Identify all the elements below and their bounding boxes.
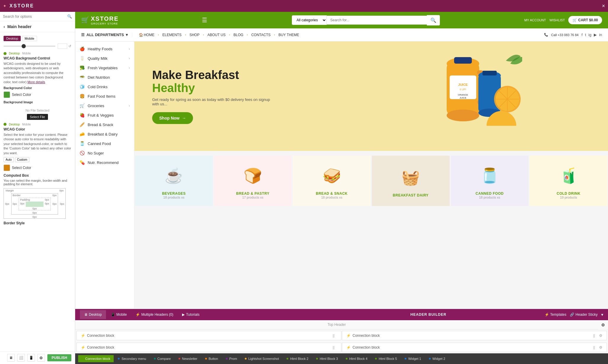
more-details-link[interactable]: More details — [28, 80, 45, 84]
category-select[interactable]: All categories — [292, 15, 327, 25]
all-departments-btn[interactable]: ☰ ALL DEPARTMENTS ▾ — [81, 33, 132, 37]
cart-button[interactable]: 🛒 CART $0.00 — [568, 16, 602, 24]
taskbar-compare[interactable]: Compare — [150, 355, 174, 362]
cb2-gear[interactable]: ⚙ — [599, 334, 602, 338]
wcag-color-swatch[interactable] — [4, 165, 10, 171]
builder-desktop-tab[interactable]: 🖥 Desktop — [80, 310, 106, 319]
taskbar-html3[interactable]: Html Block 3 — [313, 355, 342, 362]
no-file-label: No File Selected — [4, 109, 71, 112]
slider-value-input[interactable]: 100 — [58, 44, 67, 49]
templates-link[interactable]: ⚡ Templates — [545, 313, 567, 317]
connection-block-1[interactable]: ⚡ Connection block || — [76, 331, 341, 340]
taskbar-secondary-menu[interactable]: Secondary menu — [114, 355, 149, 362]
cat-breakfast-dairy[interactable]: 🧺 BREAKFAST DAIRY — [372, 156, 450, 206]
dropdown-canned-food[interactable]: 🫙 Canned Food — [75, 139, 134, 148]
mobile-tab[interactable]: Mobile — [22, 36, 37, 41]
builder-tutorials-tab[interactable]: ▶ Tutorials — [178, 310, 204, 319]
auto-tab[interactable]: Auto — [4, 157, 14, 162]
nav-blog[interactable]: BLOG — [231, 32, 246, 38]
dropdown-fruit-veggies[interactable]: 🍓 Fruit & Veggies — [75, 110, 134, 120]
dropdown-fresh-veg[interactable]: 🥦 Fresh Vegetables › — [75, 63, 134, 73]
cat-beverages[interactable]: ☕ BEVERAGES 18 products xs — [135, 156, 213, 206]
slider-track[interactable] — [4, 46, 55, 47]
connection-block-4[interactable]: ⚡ Connection block || ⚙ — [342, 343, 607, 352]
nav-elements[interactable]: ELEMENTS — [160, 32, 184, 38]
taskbar-prom[interactable]: Prom — [222, 355, 241, 362]
publish-button[interactable]: PUBLISH — [47, 354, 71, 361]
cold-drinks-icon: 🧊 — [80, 84, 85, 89]
bg-color-swatch[interactable] — [4, 91, 10, 98]
builder-multiple-headers-tab[interactable]: ⚡ Multiple Headers (0) — [131, 310, 177, 319]
facebook-icon[interactable]: f — [582, 33, 583, 37]
header-sticky-link[interactable]: 🔗 Header Sticky — [570, 313, 598, 317]
dropdown-groceries[interactable]: 🛒 Groceries › — [75, 101, 134, 110]
cb4-gear[interactable]: ⚙ — [599, 345, 602, 349]
builder-collapse-icon[interactable]: ▾ — [601, 312, 603, 317]
dropdown-fast-food[interactable]: 🍔 Fast Food Items — [75, 91, 134, 101]
cat-cold-drink[interactable]: 🧃 COLD DRINK 19 products — [530, 156, 607, 206]
cb4-divider: || — [593, 345, 595, 349]
nav-home[interactable]: 🏠 HOME — [136, 32, 157, 38]
taskbar-widget1[interactable]: Widget 1 — [401, 355, 424, 362]
cat-bread-pastry[interactable]: 🍞 BREAD & PASTRY 17 products xs — [214, 156, 292, 206]
back-arrow-icon[interactable]: ‹ — [4, 24, 5, 29]
wcag-color-select-label[interactable]: Select Color — [12, 166, 31, 170]
taskbar-html4[interactable]: Html Block 4 — [342, 355, 371, 362]
taskbar-lightshot[interactable]: Lightshot Screenshot — [241, 355, 282, 362]
instagram-icon[interactable]: ig — [588, 33, 591, 37]
account-link[interactable]: MY ACCOUNT — [524, 18, 546, 22]
dropdown-no-suger[interactable]: 🚫 No Suger — [75, 148, 134, 158]
youtube-icon[interactable]: ▶ — [594, 33, 597, 37]
svg-text:JUICE: JUICE — [459, 96, 466, 99]
shop-now-button[interactable]: Shop Now → — [152, 112, 193, 124]
fresh-veg-chevron: › — [129, 66, 130, 70]
content-area: 🍎 Healthy Foods › 🥛 Quality Milk › 🥦 Fre… — [75, 41, 608, 309]
custom-tab[interactable]: Custom — [15, 157, 29, 162]
bread-icon: 🥖 — [80, 122, 85, 127]
sidebar-search-input[interactable] — [3, 15, 67, 19]
top-header-gear-icon[interactable]: ⚙ — [598, 321, 608, 329]
dropdown-healthy-foods[interactable]: 🍎 Healthy Foods › — [75, 44, 134, 54]
taskbar-dot-2 — [118, 358, 120, 360]
taskbar-html2[interactable]: Html Block 2 — [283, 355, 312, 362]
nav-contacts[interactable]: CONTACTS — [249, 32, 273, 38]
taskbar-newsletter[interactable]: Newsletter — [175, 355, 201, 362]
mobile-icon-btn[interactable]: 📱 — [27, 354, 35, 362]
cat-canned-food[interactable]: 🫙 CANNED FOOD 18 products xs — [451, 156, 529, 206]
settings-icon-btn[interactable]: ⚙ — [37, 354, 45, 362]
select-file-button[interactable]: Select File — [27, 114, 48, 120]
close-button[interactable]: × — [602, 3, 605, 9]
search-input[interactable] — [327, 16, 427, 25]
builder-mobile-tab[interactable]: 📱 Mobile — [107, 310, 131, 319]
search-button[interactable]: 🔍 — [427, 15, 440, 25]
site-header: 🛒 XSTORE GROCERY STORE ☰ All categories … — [75, 12, 608, 28]
taskbar-button[interactable]: Button — [202, 355, 222, 362]
linkedin-icon[interactable]: in — [599, 33, 602, 37]
nav-about[interactable]: ABOUT US — [205, 32, 228, 38]
dropdown-cold-drinks[interactable]: 🧊 Cold Drinks — [75, 82, 134, 91]
wishlist-link[interactable]: WISHLIST — [549, 18, 565, 22]
bg-color-select-label[interactable]: Select Color — [12, 93, 31, 97]
twitter-icon[interactable]: t — [585, 33, 586, 37]
nav-shop[interactable]: SHOP — [187, 32, 202, 38]
dropdown-diet-nutrition[interactable]: 🥗 Diet Nutrition — [75, 73, 134, 82]
dropdown-quality-milk[interactable]: 🥛 Quality Milk › — [75, 54, 134, 63]
cat-bread-snack[interactable]: 🥪 BREAD & SNACK 18 products xs — [293, 156, 371, 206]
dropdown-nutr-recommend[interactable]: 💊 Nutr. Recommend — [75, 158, 134, 167]
tablet-icon-btn[interactable]: ⬜ — [17, 354, 25, 362]
taskbar-connection-block[interactable]: Connection block — [78, 355, 114, 362]
taskbar-widget2[interactable]: Widget 2 — [425, 355, 449, 362]
beverages-name: BEVERAGES — [162, 191, 186, 196]
connection-block-3[interactable]: ⚡ Connection block || — [76, 343, 341, 352]
monitor-icon-btn[interactable]: 🖥 — [7, 354, 15, 362]
nav-buy-theme[interactable]: BUY THEME — [276, 32, 302, 38]
hamburger-icon[interactable]: ☰ — [202, 17, 207, 24]
connection-block-2[interactable]: ⚡ Connection block || ⚙ — [342, 331, 607, 340]
slider-thumb[interactable] — [22, 44, 26, 48]
sidebar-title: Main header — [7, 24, 32, 29]
taskbar-html5[interactable]: Html Block 5 — [371, 355, 400, 362]
desktop-tab[interactable]: Desktop — [4, 36, 21, 41]
slider-reset-icon[interactable]: ↺ — [68, 44, 71, 48]
dropdown-breakfast-dairy[interactable]: 🧀 Breakfast & Dairy — [75, 129, 134, 139]
dropdown-bread-snack[interactable]: 🥖 Bread & Snack — [75, 120, 134, 129]
